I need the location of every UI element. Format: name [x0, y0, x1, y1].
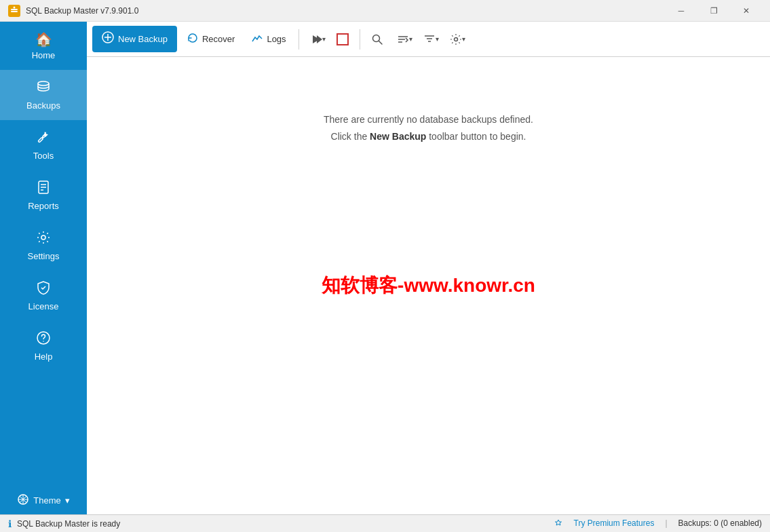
- sort-arrow: ▾: [409, 35, 412, 43]
- recover-button[interactable]: Recover: [180, 27, 242, 51]
- separator-2: [360, 29, 360, 50]
- plus-icon: [102, 31, 114, 47]
- titlebar: SQL Backup Master v7.9.901.0 ─ ❐ ✕: [0, 0, 770, 22]
- sidebar-label-help: Help: [35, 352, 53, 362]
- statusbar-divider: |: [665, 518, 667, 528]
- backups-count: Backups: 0 (0 enabled): [678, 518, 762, 528]
- status-icon: ℹ: [8, 518, 12, 529]
- stop-button[interactable]: [331, 28, 354, 50]
- minimize-button[interactable]: ─: [666, 0, 697, 22]
- settings-icon: [36, 230, 51, 248]
- svg-marker-17: [317, 35, 322, 43]
- separator-1: [299, 29, 299, 50]
- app-title: SQL Backup Master v7.9.901.0: [26, 6, 138, 16]
- settings-arrow: ▾: [462, 35, 465, 43]
- window-controls: ─ ❐ ✕: [666, 0, 762, 22]
- filter-arrow: ▾: [436, 35, 439, 43]
- sidebar-label-home: Home: [32, 50, 56, 60]
- status-text: SQL Backup Master is ready: [17, 519, 120, 529]
- sidebar-label-backups: Backups: [26, 100, 60, 111]
- svg-rect-1: [11, 9, 18, 10]
- sidebar-item-settings[interactable]: Settings: [0, 221, 87, 271]
- theme-label: Theme: [33, 495, 60, 506]
- empty-line2: Click the New Backup toolbar button to b…: [324, 128, 533, 145]
- recover-label: Recover: [202, 34, 235, 44]
- svg-point-26: [454, 37, 457, 41]
- premium-link[interactable]: Try Premium Features: [574, 518, 655, 528]
- statusbar-right: Try Premium Features | Backups: 0 (0 ena…: [554, 518, 762, 529]
- help-icon: [36, 330, 51, 349]
- theme-arrow: ▾: [65, 495, 70, 506]
- statusbar: ℹ SQL Backup Master is ready Try Premium…: [0, 514, 770, 532]
- recover-icon: [187, 32, 199, 46]
- main-content: There are currently no database backups …: [87, 57, 770, 514]
- tools-icon: [36, 130, 51, 148]
- restore-button[interactable]: ❐: [698, 0, 729, 22]
- premium-icon: [554, 518, 563, 529]
- svg-point-9: [41, 235, 45, 240]
- logs-icon: [251, 32, 263, 46]
- sidebar-item-tools[interactable]: Tools: [0, 120, 87, 170]
- run-arrow: ▾: [322, 35, 326, 43]
- logs-label: Logs: [267, 34, 286, 44]
- sidebar-label-tools: Tools: [33, 151, 54, 161]
- app-body: 🏠 Home Backups Tools: [0, 22, 770, 514]
- sidebar-spacer: [0, 371, 87, 487]
- sidebar-item-reports[interactable]: Reports: [0, 170, 87, 221]
- close-button[interactable]: ✕: [731, 0, 762, 22]
- sidebar-item-help[interactable]: Help: [0, 321, 87, 371]
- svg-point-3: [14, 6, 16, 8]
- svg-point-4: [38, 81, 49, 86]
- stop-icon: [336, 33, 349, 45]
- svg-line-19: [379, 41, 382, 44]
- watermark: 知软博客-www.knowr.cn: [322, 273, 535, 299]
- run-button[interactable]: ▾: [305, 28, 328, 50]
- sidebar-item-home[interactable]: 🏠 Home: [0, 22, 87, 70]
- empty-suffix: toolbar button to begin.: [426, 131, 526, 142]
- sidebar-item-license[interactable]: License: [0, 271, 87, 321]
- titlebar-left: SQL Backup Master v7.9.901.0: [8, 5, 138, 17]
- sidebar-label-settings: Settings: [28, 251, 60, 261]
- logs-button[interactable]: Logs: [244, 27, 292, 51]
- sidebar-item-backups[interactable]: Backups: [0, 70, 87, 120]
- theme-button[interactable]: Theme ▾: [0, 487, 87, 514]
- sidebar: 🏠 Home Backups Tools: [0, 22, 87, 514]
- sidebar-label-license: License: [28, 301, 59, 311]
- new-backup-label: New Backup: [118, 34, 168, 44]
- svg-point-11: [43, 341, 44, 342]
- app-icon: [8, 5, 20, 17]
- toolbar: New Backup Recover Logs: [87, 22, 770, 57]
- filter-button[interactable]: ▾: [418, 28, 442, 50]
- license-icon: [36, 280, 51, 299]
- svg-rect-2: [11, 11, 18, 12]
- search-button[interactable]: [366, 28, 389, 50]
- sidebar-label-reports: Reports: [28, 201, 59, 211]
- empty-state: There are currently no database backups …: [324, 111, 533, 145]
- new-backup-button[interactable]: New Backup: [92, 26, 177, 52]
- settings-button[interactable]: ▾: [444, 28, 468, 50]
- empty-line1: There are currently no database backups …: [324, 111, 533, 128]
- sort-button[interactable]: ▾: [391, 28, 415, 50]
- empty-bold: New Backup: [370, 131, 426, 142]
- backups-icon: [36, 79, 51, 98]
- home-icon: 🏠: [35, 31, 52, 48]
- empty-prefix: Click the: [331, 131, 370, 142]
- reports-icon: [36, 180, 51, 198]
- content-area: New Backup Recover Logs: [87, 22, 770, 514]
- theme-icon: [17, 493, 29, 508]
